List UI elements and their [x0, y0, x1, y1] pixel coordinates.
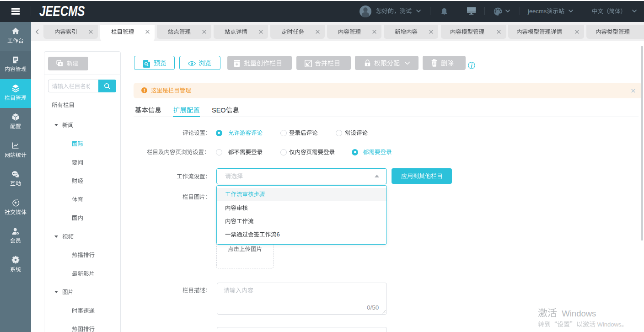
svg-text:0/50: 0/50 [367, 304, 379, 311]
svg-text:Windows: Windows [597, 321, 621, 328]
svg-text:jeecms: jeecms [527, 8, 547, 15]
svg-text:Windows: Windows [562, 309, 596, 318]
svg-text:6: 6 [277, 231, 280, 238]
svg-text:SEO: SEO [212, 107, 226, 114]
